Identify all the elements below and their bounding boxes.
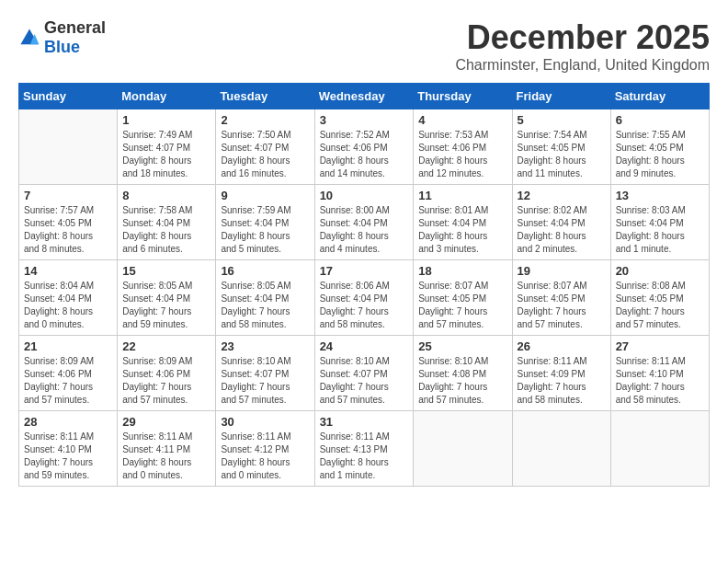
calendar-cell bbox=[414, 411, 512, 487]
calendar-cell: 21Sunrise: 8:09 AM Sunset: 4:06 PM Dayli… bbox=[19, 336, 118, 411]
day-info: Sunrise: 8:09 AM Sunset: 4:06 PM Dayligh… bbox=[24, 355, 112, 407]
day-number: 4 bbox=[418, 113, 506, 127]
day-number: 31 bbox=[320, 415, 409, 429]
day-number: 14 bbox=[24, 264, 112, 278]
calendar-cell: 29Sunrise: 8:11 AM Sunset: 4:11 PM Dayli… bbox=[118, 411, 216, 487]
calendar-cell: 17Sunrise: 8:06 AM Sunset: 4:04 PM Dayli… bbox=[314, 260, 414, 336]
calendar-cell: 24Sunrise: 8:10 AM Sunset: 4:07 PM Dayli… bbox=[314, 336, 414, 411]
day-number: 1 bbox=[122, 113, 210, 127]
weekday-friday: Friday bbox=[512, 84, 610, 109]
day-info: Sunrise: 7:52 AM Sunset: 4:06 PM Dayligh… bbox=[320, 129, 409, 180]
day-info: Sunrise: 8:10 AM Sunset: 4:07 PM Dayligh… bbox=[320, 355, 409, 407]
day-info: Sunrise: 8:11 AM Sunset: 4:13 PM Dayligh… bbox=[320, 431, 409, 482]
day-number: 20 bbox=[616, 264, 704, 278]
calendar-cell: 23Sunrise: 8:10 AM Sunset: 4:07 PM Dayli… bbox=[216, 336, 314, 411]
logo-blue: Blue bbox=[44, 38, 80, 56]
weekday-tuesday: Tuesday bbox=[216, 84, 314, 109]
calendar-cell: 22Sunrise: 8:09 AM Sunset: 4:06 PM Dayli… bbox=[118, 336, 216, 411]
calendar-cell: 16Sunrise: 8:05 AM Sunset: 4:04 PM Dayli… bbox=[216, 260, 314, 336]
calendar-cell: 25Sunrise: 8:10 AM Sunset: 4:08 PM Dayli… bbox=[414, 336, 512, 411]
day-number: 18 bbox=[418, 264, 506, 278]
day-info: Sunrise: 7:55 AM Sunset: 4:05 PM Dayligh… bbox=[616, 129, 704, 180]
calendar-cell: 11Sunrise: 8:01 AM Sunset: 4:04 PM Dayli… bbox=[414, 185, 512, 260]
day-info: Sunrise: 7:49 AM Sunset: 4:07 PM Dayligh… bbox=[122, 129, 210, 180]
calendar-cell: 27Sunrise: 8:11 AM Sunset: 4:10 PM Dayli… bbox=[610, 336, 709, 411]
calendar-week-2: 7Sunrise: 7:57 AM Sunset: 4:05 PM Daylig… bbox=[19, 185, 710, 260]
day-info: Sunrise: 8:05 AM Sunset: 4:04 PM Dayligh… bbox=[122, 280, 210, 331]
day-info: Sunrise: 7:53 AM Sunset: 4:06 PM Dayligh… bbox=[418, 129, 506, 180]
day-number: 13 bbox=[616, 189, 704, 202]
day-number: 29 bbox=[122, 415, 210, 429]
day-info: Sunrise: 7:50 AM Sunset: 4:07 PM Dayligh… bbox=[221, 129, 309, 180]
calendar-week-3: 14Sunrise: 8:04 AM Sunset: 4:04 PM Dayli… bbox=[19, 260, 710, 336]
calendar-cell bbox=[512, 411, 610, 487]
day-info: Sunrise: 8:00 AM Sunset: 4:04 PM Dayligh… bbox=[320, 204, 409, 256]
logo-icon bbox=[18, 27, 40, 49]
calendar-cell bbox=[610, 411, 709, 487]
day-info: Sunrise: 8:10 AM Sunset: 4:08 PM Dayligh… bbox=[418, 355, 506, 407]
day-info: Sunrise: 8:09 AM Sunset: 4:06 PM Dayligh… bbox=[122, 355, 210, 407]
weekday-wednesday: Wednesday bbox=[314, 84, 414, 109]
weekday-thursday: Thursday bbox=[414, 84, 512, 109]
calendar-cell: 5Sunrise: 7:54 AM Sunset: 4:05 PM Daylig… bbox=[512, 109, 610, 185]
calendar-cell: 1Sunrise: 7:49 AM Sunset: 4:07 PM Daylig… bbox=[118, 109, 216, 185]
calendar-cell: 13Sunrise: 8:03 AM Sunset: 4:04 PM Dayli… bbox=[610, 185, 709, 260]
calendar-table: SundayMondayTuesdayWednesdayThursdayFrid… bbox=[18, 83, 710, 487]
day-number: 22 bbox=[122, 339, 210, 353]
day-info: Sunrise: 8:06 AM Sunset: 4:04 PM Dayligh… bbox=[320, 280, 409, 331]
day-number: 8 bbox=[122, 189, 210, 202]
day-number: 27 bbox=[616, 339, 704, 353]
calendar-cell: 18Sunrise: 8:07 AM Sunset: 4:05 PM Dayli… bbox=[414, 260, 512, 336]
calendar-cell: 9Sunrise: 7:59 AM Sunset: 4:04 PM Daylig… bbox=[216, 185, 314, 260]
day-info: Sunrise: 8:11 AM Sunset: 4:11 PM Dayligh… bbox=[122, 431, 210, 482]
day-number: 16 bbox=[221, 264, 309, 278]
day-number: 3 bbox=[320, 113, 409, 127]
day-number: 12 bbox=[518, 189, 606, 202]
day-info: Sunrise: 8:04 AM Sunset: 4:04 PM Dayligh… bbox=[24, 280, 112, 331]
day-info: Sunrise: 7:59 AM Sunset: 4:04 PM Dayligh… bbox=[221, 204, 309, 256]
calendar-cell: 15Sunrise: 8:05 AM Sunset: 4:04 PM Dayli… bbox=[118, 260, 216, 336]
day-number: 30 bbox=[221, 415, 309, 429]
day-number: 28 bbox=[24, 415, 112, 429]
day-number: 2 bbox=[221, 113, 309, 127]
day-number: 9 bbox=[221, 189, 309, 202]
calendar-cell: 26Sunrise: 8:11 AM Sunset: 4:09 PM Dayli… bbox=[512, 336, 610, 411]
weekday-sunday: Sunday bbox=[19, 84, 118, 109]
calendar-cell: 30Sunrise: 8:11 AM Sunset: 4:12 PM Dayli… bbox=[216, 411, 314, 487]
calendar-week-1: 1Sunrise: 7:49 AM Sunset: 4:07 PM Daylig… bbox=[19, 109, 710, 185]
day-number: 7 bbox=[24, 189, 112, 202]
day-number: 24 bbox=[320, 339, 409, 353]
day-number: 23 bbox=[221, 339, 309, 353]
day-info: Sunrise: 8:11 AM Sunset: 4:10 PM Dayligh… bbox=[616, 355, 704, 407]
day-info: Sunrise: 7:58 AM Sunset: 4:04 PM Dayligh… bbox=[122, 204, 210, 256]
day-number: 5 bbox=[518, 113, 606, 127]
title-area: December 2025 Charminster, England, Unit… bbox=[455, 18, 710, 74]
day-number: 6 bbox=[616, 113, 704, 127]
day-number: 11 bbox=[418, 189, 506, 202]
calendar-cell: 3Sunrise: 7:52 AM Sunset: 4:06 PM Daylig… bbox=[314, 109, 414, 185]
calendar-cell: 20Sunrise: 8:08 AM Sunset: 4:05 PM Dayli… bbox=[610, 260, 709, 336]
day-info: Sunrise: 8:01 AM Sunset: 4:04 PM Dayligh… bbox=[418, 204, 506, 256]
calendar-week-5: 28Sunrise: 8:11 AM Sunset: 4:10 PM Dayli… bbox=[19, 411, 710, 487]
location-title: Charminster, England, United Kingdom bbox=[455, 57, 710, 74]
day-number: 21 bbox=[24, 339, 112, 353]
calendar-cell: 28Sunrise: 8:11 AM Sunset: 4:10 PM Dayli… bbox=[19, 411, 118, 487]
day-info: Sunrise: 7:54 AM Sunset: 4:05 PM Dayligh… bbox=[518, 129, 606, 180]
day-info: Sunrise: 8:03 AM Sunset: 4:04 PM Dayligh… bbox=[616, 204, 704, 256]
day-info: Sunrise: 8:07 AM Sunset: 4:05 PM Dayligh… bbox=[418, 280, 506, 331]
day-info: Sunrise: 8:02 AM Sunset: 4:04 PM Dayligh… bbox=[518, 204, 606, 256]
day-info: Sunrise: 8:10 AM Sunset: 4:07 PM Dayligh… bbox=[221, 355, 309, 407]
day-number: 25 bbox=[418, 339, 506, 353]
calendar-cell: 7Sunrise: 7:57 AM Sunset: 4:05 PM Daylig… bbox=[19, 185, 118, 260]
calendar-cell: 14Sunrise: 8:04 AM Sunset: 4:04 PM Dayli… bbox=[19, 260, 118, 336]
weekday-monday: Monday bbox=[118, 84, 216, 109]
calendar-cell: 8Sunrise: 7:58 AM Sunset: 4:04 PM Daylig… bbox=[118, 185, 216, 260]
day-info: Sunrise: 8:07 AM Sunset: 4:05 PM Dayligh… bbox=[518, 280, 606, 331]
weekday-header-row: SundayMondayTuesdayWednesdayThursdayFrid… bbox=[19, 84, 710, 109]
calendar-cell: 31Sunrise: 8:11 AM Sunset: 4:13 PM Dayli… bbox=[314, 411, 414, 487]
month-title: December 2025 bbox=[455, 18, 710, 57]
logo-general: General bbox=[44, 18, 106, 37]
calendar-cell: 10Sunrise: 8:00 AM Sunset: 4:04 PM Dayli… bbox=[314, 185, 414, 260]
day-info: Sunrise: 8:11 AM Sunset: 4:09 PM Dayligh… bbox=[518, 355, 606, 407]
day-number: 15 bbox=[122, 264, 210, 278]
